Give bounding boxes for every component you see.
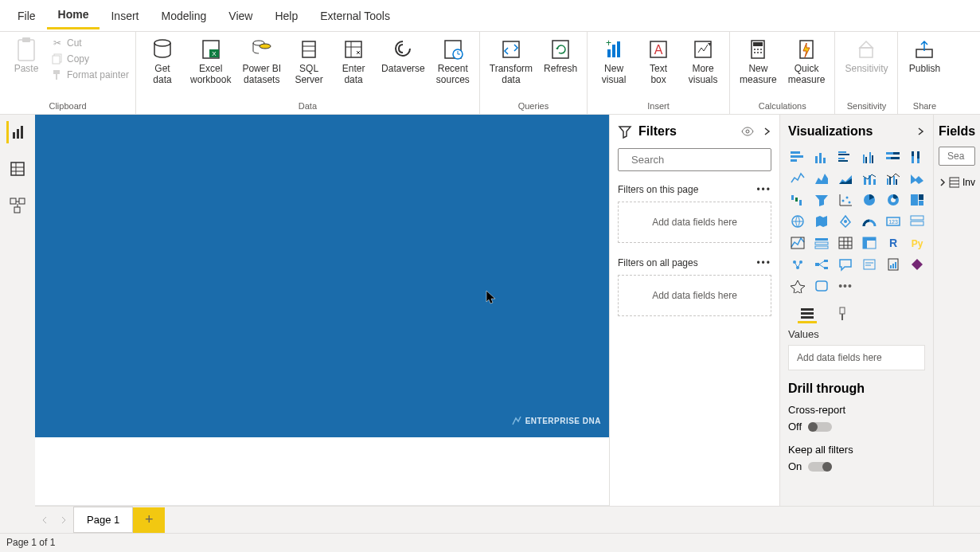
viz-paginated-report-icon[interactable] <box>884 256 903 273</box>
collapse-viz-icon[interactable] <box>916 127 925 136</box>
viz-clustered-column-icon[interactable] <box>860 148 879 166</box>
fields-table-item[interactable]: Inv <box>939 177 975 188</box>
refresh-button[interactable]: Refresh <box>541 35 580 76</box>
svg-rect-140 <box>841 314 843 320</box>
viz-shape-map-icon[interactable] <box>836 213 855 230</box>
filters-search-box[interactable] <box>618 148 771 171</box>
viz-area-icon[interactable] <box>812 170 831 187</box>
filters-page-more-icon[interactable]: ••• <box>756 184 771 195</box>
filters-all-dropzone[interactable]: Add data fields here <box>618 275 771 316</box>
menu-file[interactable]: File <box>6 3 47 29</box>
cross-report-toggle[interactable] <box>808 422 832 432</box>
data-view-button[interactable] <box>6 158 29 180</box>
svg-rect-105 <box>815 238 828 241</box>
viz-format-tab[interactable] <box>833 304 852 323</box>
viz-table-icon[interactable] <box>836 234 855 252</box>
viz-power-apps-icon[interactable] <box>908 256 927 273</box>
viz-waterfall-icon[interactable] <box>788 191 807 209</box>
menu-help[interactable]: Help <box>264 3 309 29</box>
page-nav-prev[interactable] <box>37 512 53 528</box>
viz-filled-map-icon[interactable] <box>812 213 831 230</box>
report-view-button[interactable] <box>6 121 29 143</box>
viz-clustered-bar-icon[interactable] <box>836 148 855 166</box>
filters-on-page-label: Filters on this page <box>618 184 698 195</box>
viz-donut-icon[interactable] <box>884 191 903 209</box>
viz-kpi-icon[interactable] <box>788 234 807 252</box>
page-tab-1[interactable]: Page 1 <box>73 507 133 533</box>
svg-point-99 <box>844 220 847 223</box>
viz-key-influencers-icon[interactable] <box>788 256 807 273</box>
add-page-button[interactable]: + <box>133 507 165 533</box>
viz-stacked-area-icon[interactable] <box>836 170 855 187</box>
viz-line-stacked-column-icon[interactable] <box>860 170 879 187</box>
table-icon <box>949 177 959 188</box>
collapse-filters-icon[interactable] <box>762 127 771 136</box>
viz-slicer-icon[interactable] <box>812 234 831 252</box>
svg-rect-134 <box>895 262 896 268</box>
values-dropzone[interactable]: Add data fields here <box>788 345 925 370</box>
model-view-button[interactable] <box>6 194 29 217</box>
filters-all-more-icon[interactable]: ••• <box>756 257 771 268</box>
text-box-button[interactable]: A Text box <box>638 35 678 88</box>
viz-smart-narrative-icon[interactable] <box>860 256 879 273</box>
viz-gauge-icon[interactable] <box>860 213 879 230</box>
viz-100-stacked-bar-icon[interactable] <box>884 148 903 166</box>
keep-filters-toggle[interactable] <box>808 462 832 472</box>
more-visuals-button[interactable]: More visuals <box>683 35 723 88</box>
get-data-button[interactable]: Get data <box>143 35 182 88</box>
viz-qa-icon[interactable] <box>836 256 855 273</box>
publish-button[interactable]: Publish <box>904 35 944 76</box>
quick-measure-button[interactable]: Quick measure <box>785 35 829 88</box>
viz-matrix-icon[interactable] <box>860 234 879 252</box>
menu-home[interactable]: Home <box>47 2 100 29</box>
viz-python-icon[interactable]: Py <box>908 234 927 252</box>
recent-sources-button[interactable]: Recent sources <box>433 35 473 88</box>
svg-point-6 <box>154 40 170 46</box>
ribbon-group-clipboard: Paste ✂ Cut Copy Format painter <box>0 32 136 114</box>
cross-report-state: Off <box>788 421 802 433</box>
viz-line-icon[interactable] <box>788 170 807 187</box>
viz-fields-tab[interactable] <box>798 304 817 323</box>
viz-ribbon-icon[interactable] <box>908 170 927 187</box>
viz-scatter-icon[interactable] <box>836 191 855 209</box>
viz-multi-row-card-icon[interactable] <box>908 213 927 230</box>
pbi-datasets-button[interactable]: Power BI datasets <box>239 35 284 88</box>
viz-stacked-bar-icon[interactable] <box>788 148 807 166</box>
menu-view[interactable]: View <box>217 3 264 29</box>
svg-rect-77 <box>864 178 866 185</box>
filters-search-input[interactable] <box>631 154 765 166</box>
viz-pie-icon[interactable] <box>860 191 879 209</box>
fields-search-input[interactable] <box>947 151 970 162</box>
svg-rect-102 <box>911 216 923 220</box>
menu-external-tools[interactable]: External Tools <box>309 3 401 29</box>
fields-pane: Fields Inv <box>933 115 980 533</box>
viz-map-icon[interactable] <box>788 213 807 230</box>
filters-page-dropzone[interactable]: Add data fields here <box>618 202 771 243</box>
sql-server-button[interactable]: SQL Server <box>289 35 329 88</box>
menu-insert[interactable]: Insert <box>100 3 150 29</box>
viz-get-more-icon[interactable]: ••• <box>836 277 855 295</box>
viz-card-icon[interactable]: 123 <box>884 213 903 230</box>
excel-workbook-button[interactable]: X Excel workbook <box>187 35 234 88</box>
viz-treemap-icon[interactable] <box>908 191 927 209</box>
viz-r-script-icon[interactable]: R <box>884 234 903 252</box>
viz-line-clustered-column-icon[interactable] <box>884 170 903 187</box>
transform-data-button[interactable]: Transform data <box>486 35 536 88</box>
svg-text:+: + <box>606 38 611 49</box>
page-nav-next[interactable] <box>56 512 72 528</box>
dataverse-button[interactable]: Dataverse <box>378 35 428 76</box>
menu-modeling[interactable]: Modeling <box>150 3 217 29</box>
new-measure-button[interactable]: New measure <box>736 35 780 88</box>
viz-funnel-icon[interactable] <box>812 191 831 209</box>
enter-data-button[interactable]: Enter data <box>334 35 373 88</box>
viz-100-stacked-column-icon[interactable] <box>908 148 927 166</box>
viz-decomposition-tree-icon[interactable] <box>812 256 831 273</box>
new-visual-button[interactable]: + New visual <box>594 35 634 88</box>
viz-custom2-icon[interactable] <box>812 277 831 295</box>
report-canvas[interactable]: ENTERPRISE DNA <box>35 115 609 437</box>
fields-search-box[interactable] <box>939 147 975 166</box>
canvas-bottom-area[interactable] <box>35 437 609 505</box>
eye-icon[interactable] <box>741 125 754 138</box>
viz-custom1-icon[interactable] <box>788 277 807 295</box>
viz-stacked-column-icon[interactable] <box>812 148 831 166</box>
